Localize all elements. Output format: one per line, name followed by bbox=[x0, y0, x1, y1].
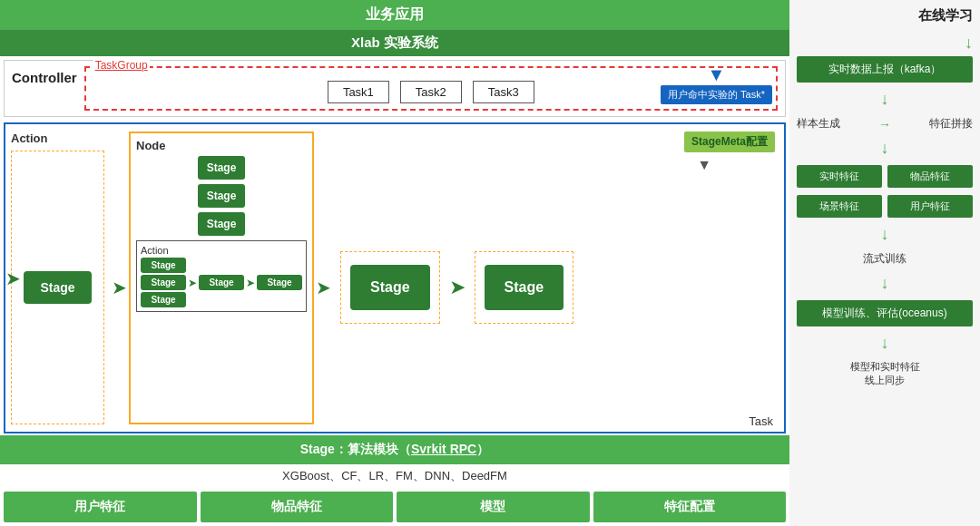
arrow1-icon: ➤ bbox=[110, 142, 129, 432]
sample-feature-row: 样本生成 → 特征拼接 bbox=[797, 116, 973, 132]
item-feature-box: 物品特征 bbox=[887, 165, 973, 188]
task3-box: Task3 bbox=[473, 81, 534, 103]
bottom-tabs: 用户特征 物品特征 模型 特征配置 bbox=[0, 488, 789, 526]
left-content: 业务应用 Xlab 实验系统 Controller TaskGroup Task… bbox=[0, 0, 789, 526]
action-col-label: Action bbox=[11, 132, 104, 145]
node-stage-2: Stage bbox=[198, 184, 246, 208]
node-stage-1: Stage bbox=[198, 156, 246, 180]
algo-text: XGBoost、CF、LR、FM、DNN、DeedFM bbox=[282, 469, 507, 482]
node-col: Node Stage Stage Stage Action Stage Stag… bbox=[129, 132, 314, 424]
user-task-container: ▼ 用户命中实验的 Task* bbox=[661, 64, 772, 104]
controller-label: Controller bbox=[12, 70, 77, 85]
scene-feature-box: 场景特征 bbox=[797, 195, 882, 218]
stage-bar-label: Stage：算法模块（Svrkit RPC） bbox=[300, 442, 489, 456]
stage-bar: Stage：算法模块（Svrkit RPC） bbox=[0, 435, 789, 464]
tab-item-feature[interactable]: 物品特征 bbox=[201, 492, 394, 522]
inner-action-label: Action bbox=[141, 245, 302, 256]
user-task-label: 用户命中实验的 Task* bbox=[661, 85, 772, 104]
action-dashed-box: Stage bbox=[11, 151, 104, 424]
controller-area: Controller TaskGroup Task1 Task2 Task3 bbox=[4, 60, 786, 117]
top-connector: ↓ bbox=[797, 34, 973, 53]
xlab-bar: Xlab 实验系统 bbox=[0, 30, 789, 56]
tab-user-feature[interactable]: 用户特征 bbox=[4, 492, 197, 522]
realtime-feature-box: 实时特征 bbox=[797, 165, 882, 188]
sync-text: 模型和实时特征线上同步 bbox=[797, 360, 973, 388]
inner-stages-row3: Stage bbox=[141, 292, 302, 307]
arrow-down-4-icon: ↓ bbox=[797, 274, 973, 293]
middle-dashed-box1: Stage bbox=[340, 251, 440, 324]
diagram-area: 输入 ➤ Action Stage ➤ Node Stage Stage Sta… bbox=[4, 122, 786, 433]
business-app-label: 业务应用 bbox=[366, 6, 424, 22]
arrow2-icon: ➤ bbox=[314, 142, 333, 432]
top-arrow-icon: ↓ bbox=[965, 34, 973, 53]
arrow-right-1-icon: → bbox=[878, 117, 891, 132]
taskgroup-label: TaskGroup bbox=[93, 59, 150, 72]
online-learning-title: 在线学习 bbox=[797, 7, 973, 24]
node-stages: Stage Stage Stage bbox=[136, 156, 307, 236]
task2-box: Task2 bbox=[400, 81, 462, 103]
inner-arrow-icon: ➤ bbox=[188, 277, 197, 289]
middle-stage-2: Stage bbox=[485, 265, 564, 310]
feature-boxes-row1: 实时特征 物品特征 bbox=[797, 165, 973, 188]
tab-model[interactable]: 模型 bbox=[397, 492, 590, 522]
task-label: Task bbox=[749, 414, 773, 428]
stage-meta-label: StageMeta配置 bbox=[684, 132, 775, 152]
middle-arrow-icon: ➤ bbox=[449, 276, 466, 299]
inner-stage-5: Stage bbox=[141, 292, 186, 307]
inner-stages-row1: Stage bbox=[141, 258, 302, 273]
realtime-upload-box: 实时数据上报（kafka） bbox=[797, 56, 973, 83]
algo-row: XGBoost、CF、LR、FM、DNN、DeedFM bbox=[0, 464, 789, 488]
inner-stage-2: Stage bbox=[141, 275, 186, 290]
feature-join-label: 特征拼接 bbox=[929, 116, 973, 132]
inner-action-box: Action Stage Stage ➤ Stage ➤ Stage bbox=[136, 240, 307, 312]
arrow-down-1-icon: ↓ bbox=[797, 90, 973, 109]
middle-stages-row: Stage ➤ Stage bbox=[340, 251, 573, 324]
feature-boxes-row2: 场景特征 用户特征 bbox=[797, 195, 973, 218]
xlab-label: Xlab 实验系统 bbox=[351, 34, 438, 50]
sample-gen-label: 样本生成 bbox=[797, 116, 840, 132]
stream-train-label: 流式训练 bbox=[797, 251, 973, 267]
inner-stage-4: Stage bbox=[257, 275, 302, 290]
input-arrow-icon: ➤ bbox=[5, 268, 21, 289]
user-feature-box: 用户特征 bbox=[887, 195, 973, 218]
inner-stage-3: Stage bbox=[199, 275, 244, 290]
inner-arrow2-icon: ➤ bbox=[246, 277, 255, 289]
stage-meta-arrow-icon: ▼ bbox=[697, 157, 711, 173]
arrow-down-5-icon: ↓ bbox=[797, 334, 973, 353]
middle-col: StageMeta配置 ▼ Stage ➤ Stage Task bbox=[333, 124, 784, 432]
inner-stage-1: Stage bbox=[141, 258, 186, 273]
blue-down-arrow-icon: ▼ bbox=[708, 64, 726, 85]
middle-stage-1: Stage bbox=[350, 265, 430, 310]
inner-action-stages: Stage Stage ➤ Stage ➤ Stage Stage bbox=[141, 258, 302, 307]
main-container: 业务应用 Xlab 实验系统 Controller TaskGroup Task… bbox=[0, 0, 980, 526]
task1-box: Task1 bbox=[328, 81, 389, 103]
arrow-down-2-icon: ↓ bbox=[797, 139, 973, 158]
action-col: Action Stage bbox=[5, 124, 110, 432]
middle-dashed-box2: Stage bbox=[475, 251, 574, 324]
business-app-bar: 业务应用 bbox=[0, 0, 789, 30]
right-panel: 在线学习 ↓ 实时数据上报（kafka） ↓ 样本生成 → 特征拼接 ↓ 实时特… bbox=[789, 0, 980, 526]
model-train-box: 模型训练、评估(oceanus) bbox=[797, 300, 973, 326]
node-col-label: Node bbox=[136, 139, 307, 152]
action-stage-btn: Stage bbox=[24, 271, 91, 304]
tab-feature-config[interactable]: 特征配置 bbox=[593, 492, 787, 522]
inner-stages-row2: Stage ➤ Stage ➤ Stage bbox=[141, 275, 302, 290]
arrow-down-3-icon: ↓ bbox=[797, 225, 973, 244]
node-stage-3: Stage bbox=[198, 212, 246, 236]
